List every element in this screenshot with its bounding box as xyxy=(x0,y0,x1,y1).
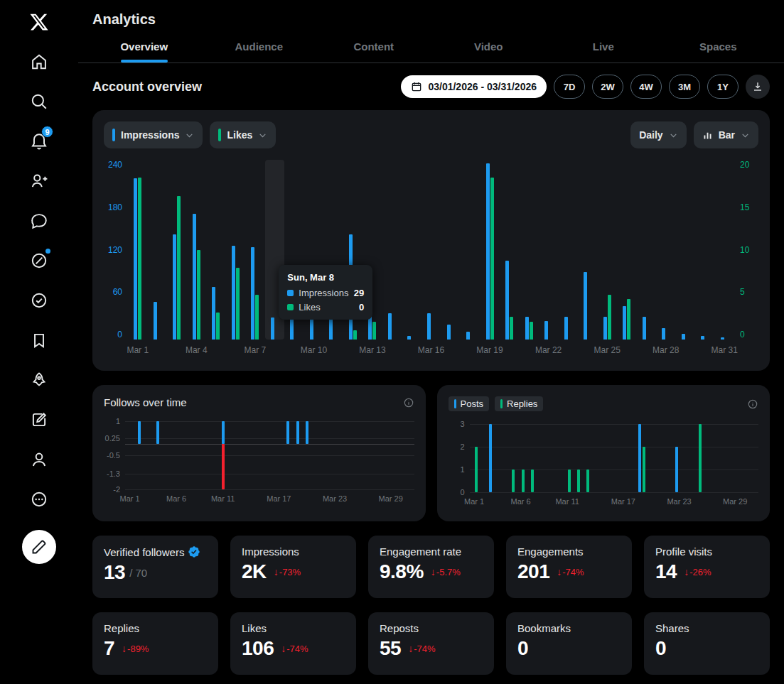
day-column-mar-3[interactable] xyxy=(144,421,153,489)
day-column-mar-17[interactable] xyxy=(618,424,628,492)
day-column-mar-26[interactable] xyxy=(702,424,711,492)
stat-card-engagements[interactable]: Engagements201↓-74% xyxy=(506,536,632,598)
range-button-2w[interactable]: 2W xyxy=(592,75,623,99)
day-column-mar-31[interactable] xyxy=(404,421,414,489)
metric2-dropdown[interactable]: Likes xyxy=(210,121,276,148)
day-column-mar-10[interactable] xyxy=(209,421,218,489)
day-column-mar-30[interactable] xyxy=(395,421,404,489)
day-column-mar-18[interactable] xyxy=(461,160,480,340)
day-column-mar-27[interactable] xyxy=(367,421,377,489)
day-column-mar-28[interactable] xyxy=(656,160,676,340)
day-column-mar-15[interactable] xyxy=(600,424,609,492)
home-button[interactable] xyxy=(24,47,54,77)
day-column-mar-22[interactable] xyxy=(539,160,559,340)
day-column-mar-20[interactable] xyxy=(647,424,656,492)
range-button-4w[interactable]: 4W xyxy=(630,75,662,99)
posts-chart-plot[interactable] xyxy=(470,424,759,492)
info-icon[interactable] xyxy=(747,398,758,410)
day-column-mar-21[interactable] xyxy=(519,160,539,340)
stat-card-profile-visits[interactable]: Profile visits14↓-26% xyxy=(644,536,770,598)
day-column-mar-14[interactable] xyxy=(246,421,255,489)
day-column-mar-22[interactable] xyxy=(665,424,675,492)
info-icon[interactable] xyxy=(403,397,414,408)
day-column-mar-19[interactable] xyxy=(480,160,500,340)
day-column-mar-25[interactable] xyxy=(693,424,702,492)
day-column-mar-24[interactable] xyxy=(684,424,693,492)
day-column-mar-14[interactable] xyxy=(591,424,600,492)
grok-button[interactable] xyxy=(24,246,54,276)
day-column-mar-28[interactable] xyxy=(721,424,730,492)
day-column-mar-14[interactable] xyxy=(382,160,402,340)
day-column-mar-12[interactable] xyxy=(227,421,237,489)
messages-button[interactable] xyxy=(24,206,54,236)
day-column-mar-16[interactable] xyxy=(265,421,274,489)
day-column-mar-24[interactable] xyxy=(340,421,349,489)
day-column-mar-23[interactable] xyxy=(330,421,339,489)
stat-card-bookmarks[interactable]: Bookmarks0 xyxy=(506,612,632,675)
day-column-mar-2[interactable] xyxy=(479,424,488,492)
follow-button[interactable] xyxy=(24,166,54,196)
day-column-mar-3[interactable] xyxy=(167,160,187,340)
chart-type-dropdown[interactable]: Bar xyxy=(694,121,758,148)
range-button-1y[interactable]: 1Y xyxy=(707,75,739,99)
bar-chart-plot[interactable]: Sun, Mar 8 Impressions 29 Likes 0 xyxy=(128,160,734,340)
tab-content[interactable]: Content xyxy=(316,31,431,63)
day-column-mar-18[interactable] xyxy=(628,424,637,492)
tab-video[interactable]: Video xyxy=(431,31,547,63)
day-column-mar-31[interactable] xyxy=(749,424,758,492)
day-column-mar-18[interactable] xyxy=(284,421,293,489)
day-column-mar-30[interactable] xyxy=(740,424,749,492)
day-column-mar-7[interactable] xyxy=(245,160,265,340)
day-column-mar-9[interactable] xyxy=(544,424,553,492)
day-column-mar-27[interactable] xyxy=(636,160,656,340)
profile-button[interactable] xyxy=(24,445,54,474)
day-column-mar-15[interactable] xyxy=(402,160,421,340)
day-column-mar-26[interactable] xyxy=(358,421,367,489)
day-column-mar-29[interactable] xyxy=(386,421,395,489)
day-column-mar-4[interactable] xyxy=(187,160,207,340)
day-column-mar-2[interactable] xyxy=(148,160,168,340)
verified-orgs-button[interactable] xyxy=(24,286,54,315)
day-column-mar-23[interactable] xyxy=(675,424,684,492)
range-button-3m[interactable]: 3M xyxy=(669,75,700,99)
day-column-mar-4[interactable] xyxy=(498,424,507,492)
day-column-mar-1[interactable] xyxy=(125,421,134,489)
download-button[interactable] xyxy=(746,75,770,99)
tab-spaces[interactable]: Spaces xyxy=(661,31,776,63)
day-column-mar-24[interactable] xyxy=(578,160,598,340)
legend-replies[interactable]: Replies xyxy=(495,396,543,411)
day-column-mar-20[interactable] xyxy=(500,160,520,340)
day-column-mar-11[interactable] xyxy=(218,421,227,489)
day-column-mar-7[interactable] xyxy=(525,424,535,492)
tab-live[interactable]: Live xyxy=(546,31,661,63)
day-column-mar-19[interactable] xyxy=(637,424,646,492)
stat-card-engagement-rate[interactable]: Engagement rate9.8%↓-5.7% xyxy=(368,536,494,598)
day-column-mar-30[interactable] xyxy=(695,160,715,340)
x-logo[interactable] xyxy=(24,7,54,37)
day-column-mar-6[interactable] xyxy=(226,160,246,340)
day-column-mar-4[interactable] xyxy=(153,421,162,489)
day-column-mar-28[interactable] xyxy=(377,421,386,489)
follows-chart-plot[interactable] xyxy=(125,421,414,489)
day-column-mar-2[interactable] xyxy=(134,421,144,489)
notifications-button[interactable]: 9 xyxy=(24,126,54,156)
day-column-mar-1[interactable] xyxy=(470,424,479,492)
tab-overview[interactable]: Overview xyxy=(87,31,202,63)
day-column-mar-29[interactable] xyxy=(731,424,740,492)
day-column-mar-9[interactable] xyxy=(200,421,209,489)
day-column-mar-25[interactable] xyxy=(349,421,358,489)
day-column-mar-5[interactable] xyxy=(507,424,516,492)
day-column-mar-12[interactable] xyxy=(572,424,581,492)
compose-button[interactable] xyxy=(22,530,56,564)
day-column-mar-19[interactable] xyxy=(293,421,302,489)
stat-card-replies[interactable]: Replies7↓-89% xyxy=(92,612,218,675)
day-column-mar-11[interactable] xyxy=(563,424,572,492)
day-column-mar-29[interactable] xyxy=(675,160,695,340)
day-column-mar-6[interactable] xyxy=(172,421,181,489)
day-column-mar-26[interactable] xyxy=(617,160,637,340)
day-column-mar-6[interactable] xyxy=(516,424,525,492)
day-column-mar-16[interactable] xyxy=(609,424,618,492)
day-column-mar-27[interactable] xyxy=(711,424,721,492)
day-column-mar-21[interactable] xyxy=(311,421,321,489)
day-column-mar-13[interactable] xyxy=(581,424,591,492)
